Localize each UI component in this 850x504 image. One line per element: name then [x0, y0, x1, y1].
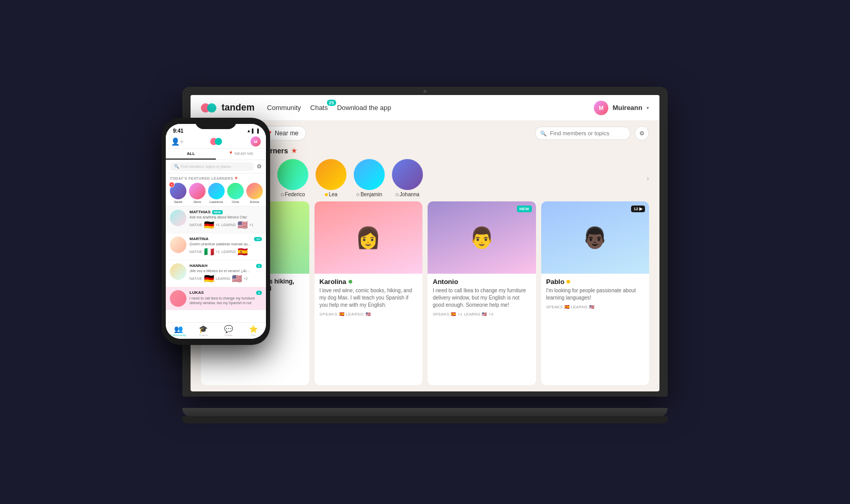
phone-avatar-item[interactable]: × Sarah — [170, 183, 186, 203]
community-nav-icon: 👥 — [174, 325, 183, 333]
navbar: tandem Community Chats 25 Download the a… — [191, 95, 659, 121]
chat-msg-matthias: Ask me anything about Mexico City! — [190, 215, 251, 219]
chat-count-lukas: 1 — [256, 291, 262, 295]
card-name-pablo: Pablo — [546, 278, 644, 286]
learner-item[interactable]: Johanna — [392, 159, 423, 197]
learner-item[interactable]: Federico — [277, 159, 308, 197]
phone-body: 9:41 ▲ ▌ ▐ 👤+ M — [162, 118, 270, 345]
phone-notch — [195, 118, 237, 129]
card-footer-antonio: SPEAKS 🇪🇸 +1 LEARNS 🇺🇸 +3 — [433, 312, 531, 317]
scroll-right-icon[interactable]: › — [647, 174, 649, 182]
chats-nav-icon: 💬 — [224, 325, 233, 333]
card-karolina[interactable]: 👩 Karolina I love red wine, comic books,… — [314, 201, 423, 385]
phone-screen: 9:41 ▲ ▌ ▐ 👤+ M — [166, 124, 266, 339]
search-wrap: 🔍 — [535, 127, 631, 140]
nav-item-community[interactable]: 👥 Community — [166, 325, 191, 337]
chats-badge: 25 — [327, 100, 336, 106]
nav-item-chats[interactable]: 💬 Chats — [216, 325, 241, 337]
phone-signal-icons: ▲ ▌ ▐ — [247, 129, 259, 133]
chat-count-martina: 13 — [254, 237, 262, 241]
phone-chat-list: MATTHIAS NEW Ask me anything about Mexic… — [166, 207, 266, 322]
pro-nav-icon: ⭐ — [249, 325, 258, 333]
phone-featured-row: TODAY'S FEATURED LEARNERS ★ × Sarah — [166, 174, 266, 207]
card-bio-antonio: I need to call Ikea to change my furnitu… — [433, 287, 531, 309]
phone-search-bar: 🔍 Find members, topics or places ⚙ — [166, 160, 266, 174]
chat-msg-lukas: I need to call Ikea to change my furnitu… — [190, 296, 257, 306]
chat-msg-hannah: ¡Me voy a México en el verano! ¿Alguien … — [190, 269, 251, 273]
card-pablo[interactable]: 👨🏿 12 ▶ Pablo I'm looking for people pas… — [541, 201, 650, 385]
badge-new-antonio: NEW — [517, 206, 532, 212]
card-bio-pablo: I'm looking for people passionate about … — [546, 287, 644, 302]
phone-star-icon: ★ — [234, 176, 238, 180]
tab-all[interactable]: ALL — [166, 149, 216, 160]
phone-top-nav: 👤+ M — [166, 135, 266, 149]
phone-avatar-item-3[interactable]: Lawrence — [208, 183, 225, 203]
learner-name-federico: Federico — [281, 192, 305, 197]
phone-bottom-nav: 👥 Community 🎓 Tutors 💬 Chats ⭐ Pro — [166, 322, 266, 339]
learner-name-lea: Lea — [325, 192, 338, 197]
tutors-nav-icon: 🎓 — [199, 325, 208, 333]
card-footer-karolina: SPEAKS 🇪🇸 LEARNS 🇺🇸 — [320, 312, 418, 317]
laptop-foot — [182, 416, 668, 423]
filter-icon[interactable]: ⚙ — [635, 126, 649, 140]
phone-avatar-item-2[interactable]: Demi — [189, 183, 206, 203]
close-badge-icon: × — [169, 182, 175, 187]
logo-text: tandem — [222, 102, 255, 113]
card-name-karolina: Karolina — [320, 278, 418, 286]
phone-featured-label: TODAY'S FEATURED LEARNERS ★ — [170, 176, 262, 180]
wifi-icon: ▲ — [247, 129, 251, 133]
search-input[interactable] — [535, 127, 631, 140]
chat-item-matthias[interactable]: MATTHIAS NEW Ask me anything about Mexic… — [166, 207, 266, 233]
user-name: Muireann — [612, 104, 642, 112]
phone-user-avatar[interactable]: M — [250, 136, 261, 147]
location-icon-tab: 📍 — [228, 151, 233, 156]
battery-icon: ▐ — [256, 129, 259, 133]
nav-item-pro[interactable]: ⭐ Pro — [241, 325, 266, 337]
nav-download[interactable]: Download the app — [337, 104, 391, 112]
card-antonio[interactable]: 👨 NEW Antonio I need to call Ikea to cha… — [428, 201, 536, 385]
chat-item-hannah[interactable]: HANNAH 2 ¡Me voy a México en el verano! … — [166, 260, 266, 287]
person-add-icon[interactable]: 👤+ — [171, 137, 184, 146]
phone-time: 9:41 — [173, 128, 183, 134]
user-menu[interactable]: M Muireann ▾ — [594, 101, 649, 115]
phone-avatar-item-4[interactable]: Chris — [227, 183, 244, 203]
nav-community[interactable]: Community — [267, 104, 301, 112]
chat-item-martina[interactable]: MARTINA 13 Quiero practicar palabras nue… — [166, 233, 266, 260]
logo[interactable]: tandem — [201, 102, 255, 114]
tandem-logo-phone — [210, 136, 225, 147]
card-name-antonio: Antonio — [433, 278, 531, 286]
learner-name-benjamin: Benjamin — [356, 192, 382, 197]
chat-item-lukas[interactable]: LUKAS 1 I need to call Ikea to change my… — [166, 287, 266, 310]
search-icon-phone: 🔍 — [174, 164, 179, 169]
learner-item[interactable]: Benjamin — [354, 159, 385, 197]
user-avatar: M — [594, 101, 608, 115]
learner-item[interactable]: Lea — [316, 159, 347, 197]
card-footer-pablo: SPEAKS 🇪🇸 LEARNS 🇺🇸 — [546, 305, 644, 309]
phone-avatar-item-5[interactable]: Emma — [246, 183, 263, 203]
badge-count-pablo: 12 ▶ — [631, 206, 645, 212]
star-icon: ★ — [291, 147, 297, 154]
chat-name-matthias: MATTHIAS — [190, 210, 211, 214]
chat-name-lukas: LUKAS — [190, 290, 204, 295]
learner-name-johanna: Johanna — [396, 192, 419, 197]
camera-dot — [423, 90, 427, 93]
chat-name-martina: MARTINA — [190, 237, 209, 241]
nav-chats[interactable]: Chats 25 — [310, 104, 328, 112]
signal-icon: ▌ — [252, 129, 255, 133]
phone-filter-icon[interactable]: ⚙ — [257, 163, 262, 170]
phone-outer: 9:41 ▲ ▌ ▐ 👤+ M — [162, 118, 270, 345]
chat-name-hannah: HANNAH — [190, 263, 208, 268]
chevron-down-icon: ▾ — [647, 105, 649, 111]
chat-count-hannah: 2 — [256, 264, 262, 268]
phone-tabs: ALL 📍 NEAR ME — [166, 149, 266, 160]
nav-item-tutors[interactable]: 🎓 Tutors — [191, 325, 216, 337]
chat-badge-new: NEW — [212, 210, 223, 214]
tab-near-me[interactable]: 📍 NEAR ME — [216, 149, 266, 160]
phone-search-placeholder: Find members, topics or places — [181, 165, 231, 168]
chat-msg-martina: Quiero practicar palabras nuevas que he … — [190, 242, 251, 246]
card-bio-karolina: I love red wine, comic books, hiking, an… — [320, 287, 418, 309]
search-icon: 🔍 — [540, 131, 546, 136]
